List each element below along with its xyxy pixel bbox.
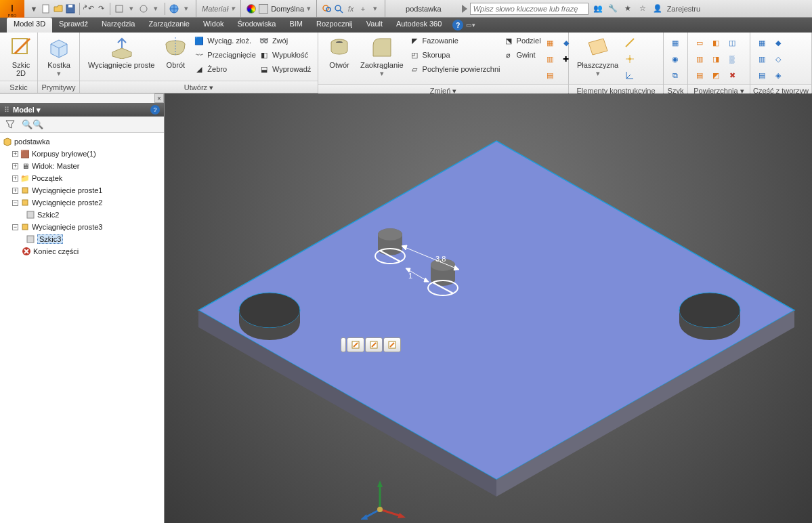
qat-generic-icon[interactable] <box>114 3 125 14</box>
hole-button[interactable]: Otwór <box>322 34 356 70</box>
plus-icon[interactable]: + <box>358 3 368 14</box>
expand-icon[interactable]: + <box>12 188 18 194</box>
plastic-icon[interactable]: ◆ <box>771 35 786 50</box>
pattern-circ-icon[interactable]: ◉ <box>668 51 683 66</box>
loft-button[interactable]: 🟦Wyciąg. złoż. <box>192 34 257 47</box>
sweep-button[interactable]: 〰Przeciągnięcie <box>192 48 257 62</box>
box-primitive-button[interactable]: Kostka▾ <box>42 34 76 79</box>
tree-root[interactable]: podstawka <box>3 135 161 148</box>
key-icon[interactable]: 🔧 <box>607 3 618 14</box>
surf-icon[interactable]: ◩ <box>708 68 723 83</box>
new-icon[interactable] <box>41 3 51 14</box>
app-icon[interactable]: IPRO <box>0 0 24 18</box>
help-icon[interactable]: ? <box>452 20 463 30</box>
hud-properties-button[interactable] <box>383 337 401 352</box>
tab-srodowiska[interactable]: Środowiska <box>231 18 283 33</box>
tree-item-widok[interactable]: +🖥Widok: Master <box>3 160 161 172</box>
qat-generic2-icon[interactable] <box>138 3 149 14</box>
star-icon[interactable]: ★ <box>622 3 633 14</box>
revolve-button[interactable]: Obrót <box>158 34 192 70</box>
plastic-icon[interactable]: ▤ <box>754 68 769 83</box>
expand-icon[interactable]: + <box>12 175 18 182</box>
surf-icon[interactable]: ◨ <box>708 51 723 66</box>
fx-icon[interactable]: fx <box>345 3 356 14</box>
hud-grip-icon[interactable] <box>341 337 346 352</box>
tree-item-extrude1[interactable]: +Wyciągnięcie proste1 <box>3 184 161 196</box>
chamfer-button[interactable]: ◤Fazowanie <box>408 34 502 47</box>
tree-item-end[interactable]: Koniec części <box>3 245 161 257</box>
panel-title-utworz[interactable]: Utwórz ▾ <box>80 81 318 93</box>
coil-button[interactable]: ➿Zwój <box>257 34 312 47</box>
viewport[interactable]: 3,8 1 <box>165 93 812 523</box>
extrude-button[interactable]: Wyciągnięcie proste <box>84 34 158 70</box>
star-outline-icon[interactable]: ☆ <box>637 3 648 14</box>
filter-icon[interactable] <box>5 119 15 130</box>
chevron-down-icon[interactable]: ▾ <box>126 3 137 14</box>
plastic-icon[interactable]: ◇ <box>771 51 786 66</box>
search-input[interactable] <box>470 3 589 15</box>
redo-icon[interactable]: ↷ <box>95 3 106 14</box>
tree-item-extrude3[interactable]: −Wyciągnięcie proste3 <box>3 221 161 233</box>
plastic-icon[interactable]: ▦ <box>754 35 769 50</box>
ucs-icon[interactable] <box>622 68 637 83</box>
doc-arrow-icon[interactable] <box>462 5 467 13</box>
point-icon[interactable] <box>622 51 637 66</box>
undo-icon[interactable]: ↶ <box>83 3 94 14</box>
tree-item-korpusy[interactable]: +🟫Korpusy bryłowe(1) <box>3 148 161 160</box>
surf-icon[interactable]: ▥ <box>692 51 707 66</box>
emboss-button[interactable]: ◧Wypukłość <box>257 48 312 62</box>
plastic-icon[interactable]: ◈ <box>771 68 786 83</box>
account-label[interactable]: Zarejestru <box>667 5 701 13</box>
help-icon[interactable]: ? <box>150 105 160 114</box>
mirror-icon[interactable]: ⧉ <box>668 68 683 83</box>
surf-icon[interactable]: ▤ <box>692 68 707 83</box>
hud-edit-feature-button[interactable] <box>365 337 383 352</box>
find-icon[interactable]: 🔍⁠🔍 <box>22 119 43 129</box>
chevron-down-icon[interactable]: ▾ <box>370 3 381 14</box>
tree-item-szkic3[interactable]: Szkic3 <box>3 233 161 245</box>
shell-button[interactable]: ◰Skorupa <box>408 48 502 62</box>
tree-item-poczatek[interactable]: +📁Początek <box>3 172 161 184</box>
sketch-2d-button[interactable]: Szkic 2D <box>4 34 38 79</box>
user-icon[interactable]: 👤 <box>652 3 663 14</box>
surf-icon[interactable]: ◫ <box>725 35 740 50</box>
tab-narzedzia[interactable]: Narzędzia <box>95 18 142 33</box>
tab-sprawdz[interactable]: Sprawdź <box>52 18 95 33</box>
tree-item-extrude2[interactable]: −Wyciągnięcie proste2 <box>3 196 161 209</box>
browser-header[interactable]: ⠿ Model ▾ ? <box>0 103 164 117</box>
tab-autodesk360[interactable]: Autodesk 360 <box>389 18 448 33</box>
mini-icon[interactable]: ▦ <box>542 35 557 50</box>
qat-dropdown-icon[interactable]: ▼ <box>28 3 39 14</box>
rib-button[interactable]: ◢Żebro <box>192 62 257 76</box>
tab-widok[interactable]: Widok <box>196 18 231 33</box>
mini-icon[interactable]: ▤ <box>542 68 557 83</box>
expand-icon[interactable]: − <box>12 200 18 206</box>
pattern-rect-icon[interactable]: ▦ <box>668 35 683 50</box>
split-button[interactable]: ⬔Podziel <box>502 34 542 47</box>
minimize-ribbon-icon[interactable]: ▭▾ <box>466 22 475 28</box>
expand-icon[interactable]: + <box>12 163 18 169</box>
open-icon[interactable] <box>53 3 64 14</box>
fillet-button[interactable]: Zaokrąglanie▾ <box>356 34 408 79</box>
axis-icon[interactable] <box>622 35 637 50</box>
thread-button[interactable]: ⌀Gwint <box>502 48 542 62</box>
zoom-all-icon[interactable] <box>321 3 332 14</box>
tab-model-3d[interactable]: Model 3D <box>7 18 52 33</box>
mini-icon[interactable]: ▥ <box>542 51 557 66</box>
derive-button[interactable]: ⬓Wyprowadź <box>257 62 312 76</box>
material-dropdown[interactable]: Materiał ▾ <box>196 0 241 17</box>
plane-button[interactable]: Płaszczyzna▾ <box>573 34 622 79</box>
chevron-down-icon[interactable]: ▾ <box>150 3 161 14</box>
surf-icon[interactable]: ◧ <box>708 35 723 50</box>
appearance-dropdown[interactable]: Domyślna ▾ <box>241 0 317 17</box>
zoom-icon[interactable] <box>333 3 344 14</box>
expand-icon[interactable]: + <box>12 151 18 157</box>
chevron-down-icon[interactable]: ▾ <box>181 3 192 14</box>
surf-icon[interactable]: ▭ <box>692 35 707 50</box>
tab-bim[interactable]: BIM <box>282 18 309 33</box>
tab-vault[interactable]: Vault <box>360 18 389 33</box>
globe-icon[interactable] <box>169 3 179 14</box>
tab-rozpocznij[interactable]: Rozpocznij <box>309 18 360 33</box>
hud-edit-sketch-button[interactable] <box>347 337 364 352</box>
plastic-icon[interactable]: ▥ <box>754 51 769 66</box>
